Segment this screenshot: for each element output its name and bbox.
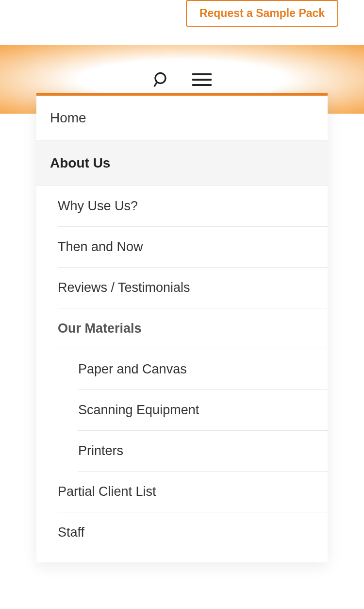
- nav-item-about-us[interactable]: About Us: [36, 140, 328, 186]
- nav-item-label: Paper and Canvas: [78, 362, 187, 376]
- nav-subitem-why-use-us[interactable]: Why Use Us?: [58, 186, 328, 227]
- nav-item-label: Scanning Equipment: [78, 403, 199, 417]
- svg-line-1: [154, 82, 157, 86]
- nav-subitem-then-and-now[interactable]: Then and Now: [58, 227, 328, 268]
- header-area: Request a Sample Pack: [0, 0, 364, 45]
- nav-subitem-staff[interactable]: Staff: [58, 512, 328, 553]
- nav-item-label: Our Materials: [58, 321, 142, 336]
- icon-row: [152, 71, 212, 88]
- nav-item-label: Staff: [58, 525, 84, 540]
- nav-item-home[interactable]: Home: [36, 96, 328, 140]
- mobile-nav-menu: Home About Us Why Use Us? Then and Now R…: [36, 93, 328, 562]
- nav-item-label: Home: [50, 110, 86, 125]
- request-sample-pack-button[interactable]: Request a Sample Pack: [186, 0, 338, 27]
- search-icon[interactable]: [152, 71, 170, 88]
- nav-item-label: About Us: [50, 155, 110, 170]
- nav-subheading-our-materials: Our Materials: [58, 308, 328, 349]
- nav-subitem-reviews[interactable]: Reviews / Testimonials: [58, 268, 328, 308]
- nav-subitem-scanning-equipment[interactable]: Scanning Equipment: [78, 390, 328, 431]
- nav-subitem-printers[interactable]: Printers: [78, 431, 328, 472]
- nav-item-label: Partial Client List: [58, 484, 156, 499]
- nav-subitem-paper-canvas[interactable]: Paper and Canvas: [78, 349, 328, 390]
- about-submenu: Why Use Us? Then and Now Reviews / Testi…: [36, 186, 328, 553]
- materials-submenu: Paper and Canvas Scanning Equipment Prin…: [58, 349, 328, 472]
- hamburger-menu-icon[interactable]: [192, 73, 212, 86]
- nav-subitem-partial-client-list[interactable]: Partial Client List: [58, 472, 328, 512]
- nav-item-label: Then and Now: [58, 239, 143, 254]
- nav-item-label: Why Use Us?: [58, 199, 138, 213]
- nav-item-label: Reviews / Testimonials: [58, 280, 190, 295]
- nav-item-label: Printers: [78, 443, 123, 458]
